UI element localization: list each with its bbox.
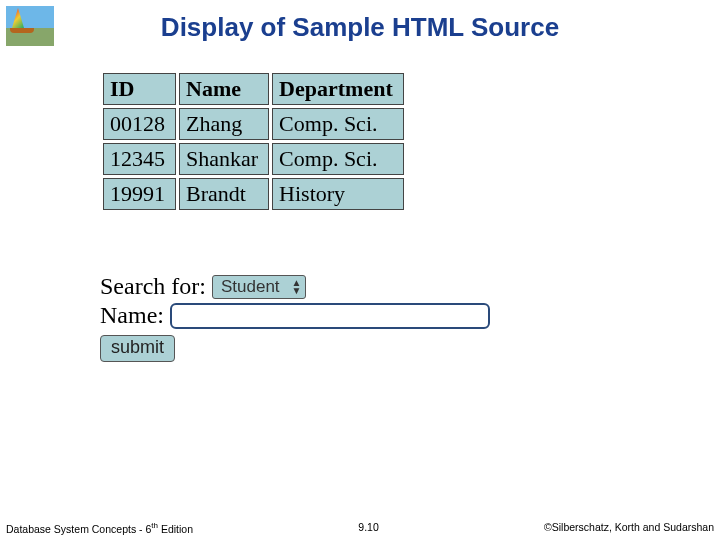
cell-name: Zhang	[179, 108, 269, 140]
footer-left: Database System Concepts - 6th Edition	[6, 521, 193, 535]
name-label: Name:	[100, 302, 164, 329]
cell-dept: History	[272, 178, 404, 210]
table-header-row: ID Name Department	[103, 73, 404, 105]
table-row: 12345 Shankar Comp. Sci.	[103, 143, 404, 175]
search-label: Search for:	[100, 273, 206, 300]
search-select[interactable]: Student ▲▼	[212, 275, 307, 299]
cell-dept: Comp. Sci.	[272, 143, 404, 175]
cell-dept: Comp. Sci.	[272, 108, 404, 140]
name-input[interactable]	[170, 303, 490, 329]
footer-book-prefix: Database System Concepts - 6	[6, 522, 151, 534]
footer-center: 9.10	[358, 521, 378, 535]
col-id: ID	[103, 73, 176, 105]
slide-content: ID Name Department 00128 Zhang Comp. Sci…	[100, 70, 620, 362]
footer-book-ord: th	[151, 521, 158, 530]
footer-right: ©Silberschatz, Korth and Sudarshan	[544, 521, 714, 535]
data-table: ID Name Department 00128 Zhang Comp. Sci…	[100, 70, 407, 213]
slide-title: Display of Sample HTML Source	[0, 12, 720, 43]
cell-name: Brandt	[179, 178, 269, 210]
search-form: Search for: Student ▲▼ Name: submit	[100, 273, 620, 362]
cell-id: 19991	[103, 178, 176, 210]
cell-id: 00128	[103, 108, 176, 140]
table-row: 19991 Brandt History	[103, 178, 404, 210]
submit-button[interactable]: submit	[100, 335, 175, 362]
search-select-value: Student	[221, 277, 280, 297]
cell-name: Shankar	[179, 143, 269, 175]
footer: Database System Concepts - 6th Edition 9…	[0, 521, 720, 535]
footer-book-suffix: Edition	[158, 522, 193, 534]
cell-id: 12345	[103, 143, 176, 175]
col-dept: Department	[272, 73, 404, 105]
table-row: 00128 Zhang Comp. Sci.	[103, 108, 404, 140]
chevron-updown-icon: ▲▼	[292, 279, 302, 295]
col-name: Name	[179, 73, 269, 105]
